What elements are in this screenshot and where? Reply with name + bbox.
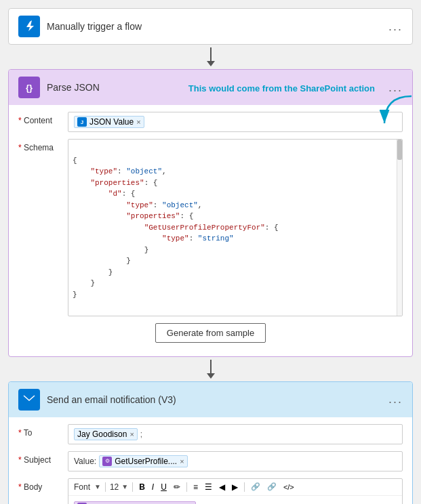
indent-left-button[interactable]: ◀	[217, 482, 227, 492]
toolbar-sep-3	[186, 482, 187, 492]
highlight-button[interactable]: ✏	[172, 482, 182, 492]
subject-field-row: Subject Value: ⚙ GetUserProfile.... ×	[18, 451, 403, 471]
email-card: Send an email notification (V3) ... To J…	[8, 381, 413, 505]
content-label: Content	[18, 112, 62, 125]
schema-content: { "type": "object", "properties": { "d":…	[73, 144, 398, 312]
schema-scrollbar[interactable]	[397, 140, 402, 316]
toolbar-sep-1	[105, 482, 106, 492]
underline-button[interactable]: U	[159, 482, 169, 492]
toolbar-sep-2	[132, 482, 133, 492]
annotation-text: This would come from the SharePoint acti…	[188, 83, 375, 95]
email-header: Send an email notification (V3) ...	[9, 382, 412, 417]
content-tag: J JSON Value ×	[74, 116, 144, 128]
trigger-title: Manually trigger a flow	[47, 21, 142, 32]
trigger-icon	[18, 16, 40, 37]
ordered-list-button[interactable]: ☰	[203, 482, 214, 492]
to-tag: Jay Goodison ×	[74, 428, 138, 440]
to-label: To	[18, 424, 62, 438]
arrow-2	[8, 357, 413, 381]
subject-tag-icon: ⚙	[102, 457, 112, 466]
parse-title: Parse JSON	[47, 82, 100, 93]
toolbar-sep-4	[244, 482, 245, 492]
font-label: Font	[73, 482, 92, 492]
arrow-1	[8, 45, 413, 69]
parse-header-left: {} Parse JSON	[18, 77, 100, 98]
parse-body: Content J JSON Value × Schema { "type": …	[9, 105, 412, 356]
body-field-row: Body Font ▼ 12 ▼ B I U ✏ ≡	[18, 478, 403, 505]
page-container: This would come from the SharePoint acti…	[8, 8, 413, 504]
font-dropdown-arrow[interactable]: ▼	[94, 483, 101, 490]
annotation-callout: This would come from the SharePoint acti…	[188, 83, 418, 130]
generate-from-sample-button[interactable]: Generate from sample	[155, 323, 266, 343]
indent-right-button[interactable]: ▶	[230, 482, 240, 492]
subject-input[interactable]: Value: ⚙ GetUserProfile.... ×	[68, 451, 403, 471]
envelope-icon	[23, 395, 35, 404]
schema-field-row: Schema { "type": "object", "properties":…	[18, 139, 403, 316]
to-tag-label: Jay Goodison	[77, 429, 127, 439]
code-button[interactable]: </>	[281, 482, 296, 492]
body-editor[interactable]: Font ▼ 12 ▼ B I U ✏ ≡ ☰ ◀ ▶	[68, 478, 403, 505]
italic-button[interactable]: I	[150, 482, 156, 492]
toolbar-row: Font ▼ 12 ▼ B I U ✏ ≡ ☰ ◀ ▶	[68, 479, 402, 496]
schema-scrollthumb	[397, 140, 402, 160]
to-separator: ;	[140, 429, 142, 439]
body-label: Body	[18, 478, 62, 492]
body-tag: ⚙ GetUserProfilePropertyFor ×	[74, 501, 196, 504]
to-field-row: To Jay Goodison × ;	[18, 424, 403, 444]
schema-label: Schema	[18, 139, 62, 152]
to-tag-close[interactable]: ×	[129, 430, 134, 438]
content-tag-close[interactable]: ×	[136, 118, 140, 126]
annotation-arrow-icon	[378, 89, 418, 130]
bold-button[interactable]: B	[137, 482, 147, 492]
trigger-left: Manually trigger a flow	[18, 16, 142, 37]
unordered-list-button[interactable]: ≡	[191, 482, 200, 492]
font-size: 12	[110, 482, 119, 492]
parse-icon: {}	[18, 77, 40, 98]
email-body-section: To Jay Goodison × ; Subject Value: ⚙ Get…	[9, 417, 412, 505]
schema-input[interactable]: { "type": "object", "properties": { "d":…	[68, 139, 403, 316]
email-icon	[18, 389, 40, 411]
email-header-left: Send an email notification (V3)	[18, 389, 176, 411]
subject-label: Subject	[18, 451, 62, 465]
email-title: Send an email notification (V3)	[47, 394, 176, 405]
subject-tag-label: GetUserProfile....	[115, 457, 177, 466]
lightning-icon	[23, 20, 35, 33]
subject-tag: ⚙ GetUserProfile.... ×	[99, 455, 187, 467]
size-dropdown-arrow[interactable]: ▼	[121, 483, 128, 490]
content-tag-icon: J	[77, 117, 87, 127]
link-button[interactable]: 🔗	[249, 482, 262, 492]
trigger-card: Manually trigger a flow ...	[8, 8, 413, 45]
body-content[interactable]: ⚙ GetUserProfilePropertyFor ×	[68, 496, 402, 505]
content-tag-label: JSON Value	[89, 117, 134, 127]
to-input[interactable]: Jay Goodison × ;	[68, 424, 403, 444]
subject-prefix: Value:	[74, 457, 96, 466]
subject-tag-close[interactable]: ×	[180, 457, 184, 465]
trigger-dots-menu[interactable]: ...	[388, 20, 403, 34]
email-dots-menu[interactable]: ...	[388, 392, 403, 406]
unlink-button[interactable]: 🔗	[265, 482, 279, 492]
